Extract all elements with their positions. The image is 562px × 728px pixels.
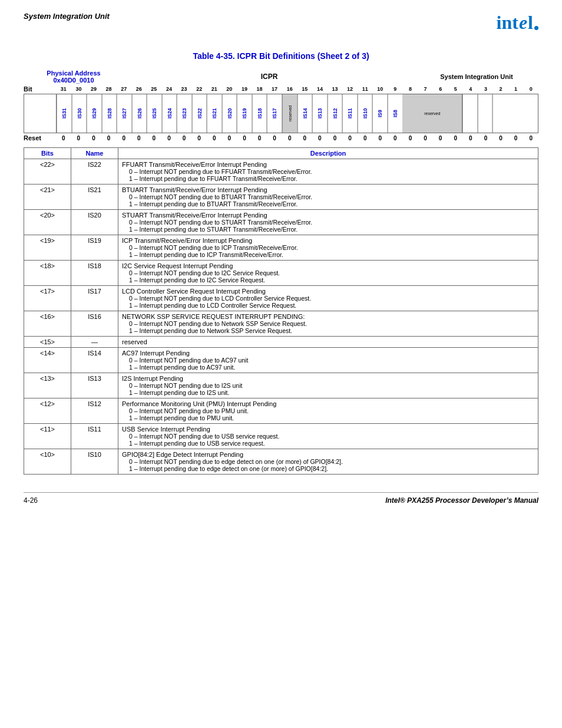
reg-bit-IS11: IS11 — [342, 94, 358, 133]
page-footer: 4-26 Intel® PXA255 Processor Developer’s… — [24, 492, 538, 505]
reset-label: Reset — [24, 134, 56, 141]
cell-description: I2S Interrupt Pending0 – Interrupt NOT p… — [118, 373, 538, 398]
table-row: <10>IS10GPIO[84:2] Edge Detect Interrupt… — [24, 449, 538, 475]
reg-bit-IS26: IS26 — [132, 94, 147, 133]
desc-0-text: 0 – Interrupt NOT pending due to LCD Con… — [122, 295, 534, 302]
table-row: <14>IS14AC97 Interrupt Pending0 – Interr… — [24, 348, 538, 373]
col-name: Name — [71, 148, 118, 159]
table-row: <13>IS13I2S Interrupt Pending0 – Interru… — [24, 373, 538, 398]
desc-main-text: STUART Transmit/Receive/Error Interrupt … — [122, 212, 534, 219]
cell-bits: <15> — [24, 337, 71, 348]
reg-bit-IS29: IS29 — [87, 94, 102, 133]
cell-name: IS12 — [71, 398, 118, 424]
desc-1-text: 1 – Interrupt pending due to I2S unit. — [122, 389, 534, 396]
table-row: <20>IS20STUART Transmit/Receive/Error In… — [24, 210, 538, 235]
desc-1-text: 1 – Interrupt pending due to AC97 unit. — [122, 364, 534, 371]
register-cells: IS31 IS30 IS29 IS28 IS27 IS26 IS25 IS24 … — [57, 94, 538, 133]
manual-title: Intel® PXA255 Processor Developer’s Manu… — [385, 496, 538, 505]
table-row: <15>—reserved — [24, 337, 538, 348]
cell-bits: <11> — [24, 424, 71, 449]
desc-main-text: Performance Monitoring Unit (PMU) Interr… — [122, 400, 534, 407]
reg-bit-IS19: IS19 — [237, 94, 252, 133]
table-header-row: Bits Name Description — [24, 148, 538, 159]
cell-bits: <16> — [24, 311, 71, 337]
cell-description: reserved — [118, 337, 538, 348]
cell-bits: <20> — [24, 210, 71, 235]
icpr-label: ICPR — [124, 70, 415, 84]
table-row: <21>IS21BTUART Transmit/Receive/Error In… — [24, 185, 538, 210]
intel-logo: intel — [497, 12, 538, 34]
desc-1-text: 1 – Interrupt pending due to STUART Tran… — [122, 226, 534, 233]
desc-1-text: 1 – Interrupt pending due to Network SSP… — [122, 327, 534, 334]
col-bits: Bits — [24, 148, 71, 159]
reg-bit-reserved-15: reserved — [282, 94, 297, 133]
cell-bits: <13> — [24, 373, 71, 398]
reg-bit-IS25: IS25 — [147, 94, 162, 133]
table-row: <11>IS11USB Service Interrupt Pending0 –… — [24, 424, 538, 449]
reg-bit-IS17: IS17 — [267, 94, 282, 133]
reg-bit-reserved-7-4: reserved — [402, 94, 462, 133]
reg-bit-IS18: IS18 — [252, 94, 267, 133]
reg-bit-IS20: IS20 — [222, 94, 237, 133]
desc-0-text: 0 – Interrupt NOT pending due to ICP Tra… — [122, 244, 534, 251]
reg-bit-IS28: IS28 — [102, 94, 117, 133]
desc-1-text: 1 – Interrupt pending due to PMU unit. — [122, 414, 534, 421]
reg-bit-3 — [462, 94, 478, 133]
cell-bits: <10> — [24, 449, 71, 475]
reg-bit-1 — [492, 94, 508, 133]
desc-main-text: BTUART Transmit/Receive/Error Interrupt … — [122, 186, 534, 193]
desc-1-text: 1 – Interrupt pending due to FFUART Tran… — [122, 175, 534, 182]
table-row: <17>IS17LCD Controller Service Request I… — [24, 286, 538, 311]
cell-name: IS14 — [71, 348, 118, 373]
desc-0-text: 0 – Interrupt NOT pending due to STUART … — [122, 219, 534, 226]
cell-bits: <18> — [24, 261, 71, 286]
cell-bits: <14> — [24, 348, 71, 373]
table-title: Table 4-35. ICPR Bit Definitions (Sheet … — [24, 51, 538, 61]
desc-main-text: FFUART Transmit/Receive/Error Interrupt … — [122, 161, 534, 168]
desc-main-text: GPIO[84:2] Edge Detect Interrupt Pending — [122, 451, 534, 458]
reg-bit-IS23: IS23 — [177, 94, 192, 133]
reg-bit-IS24: IS24 — [162, 94, 177, 133]
cell-name: IS16 — [71, 311, 118, 337]
desc-1-text: 1 – Interrupt pending due to LCD Control… — [122, 302, 534, 309]
desc-main-text: USB Service Interrupt Pending — [122, 426, 534, 433]
cell-name: IS17 — [71, 286, 118, 311]
cell-description: Performance Monitoring Unit (PMU) Interr… — [118, 398, 538, 424]
desc-main-text: I2S Interrupt Pending — [122, 375, 534, 382]
desc-0-text: 0 – Interrupt NOT pending due to FFUART … — [122, 168, 534, 175]
table-row: <16>IS16NETWORK SSP SERVICE REQUEST INTE… — [24, 311, 538, 337]
cell-name: IS18 — [71, 261, 118, 286]
desc-main-text: LCD Controller Service Request Interrupt… — [122, 288, 534, 295]
reg-bit-IS14: IS14 — [297, 94, 313, 133]
desc-1-text: 1 – Interrupt pending due to BTUART Tran… — [122, 200, 534, 207]
logo-dot — [534, 26, 538, 30]
desc-0-text: 0 – Interrupt NOT pending due to I2S uni… — [122, 382, 534, 389]
desc-main-text: ICP Transmit/Receive/Error Interrupt Pen… — [122, 237, 534, 244]
reg-bit-IS21: IS21 — [207, 94, 222, 133]
cell-name: IS21 — [71, 185, 118, 210]
reset-values: 0 0 0 0 0 0 0 0 0 0 0 0 0 0 0 0 0 0 0 0 … — [56, 135, 538, 141]
reg-bit-IS9: IS9 — [372, 94, 388, 133]
desc-main-text: I2C Service Request Interrupt Pending — [122, 262, 534, 269]
cell-description: ICP Transmit/Receive/Error Interrupt Pen… — [118, 235, 538, 261]
siu-label: System Integration Unit — [415, 70, 538, 84]
reg-bit-IS12: IS12 — [328, 94, 343, 133]
desc-main-text: NETWORK SSP SERVICE REQUEST INTERRUPT PE… — [122, 313, 534, 320]
table-row: <12>IS12Performance Monitoring Unit (PMU… — [24, 398, 538, 424]
col-description: Description — [118, 148, 538, 159]
desc-0-text: 0 – Interrupt NOT pending due to Network… — [122, 320, 534, 327]
desc-0-text: 0 – Interrupt NOT pending due to BTUART … — [122, 193, 534, 200]
cell-bits: <21> — [24, 185, 71, 210]
cell-description: GPIO[84:2] Edge Detect Interrupt Pending… — [118, 449, 538, 475]
desc-0-text: 0 – Interrupt NOT pending due to I2C Ser… — [122, 269, 534, 276]
cell-description: STUART Transmit/Receive/Error Interrupt … — [118, 210, 538, 235]
bit-label: Bit — [24, 85, 56, 93]
reg-bit-0 — [508, 94, 523, 133]
cell-bits: <12> — [24, 398, 71, 424]
desc-main-text: reserved — [122, 338, 534, 345]
desc-1-text: 1 – Interrupt pending due to ICP Transmi… — [122, 251, 534, 258]
register-header-labels: Physical Address 0x40D0_0010 ICPR System… — [24, 70, 538, 84]
section-title: System Integration Unit — [24, 12, 110, 21]
desc-0-text: 0 – Interrupt NOT pending due to edge de… — [122, 458, 534, 465]
cell-description: AC97 Interrupt Pending0 – Interrupt NOT … — [118, 348, 538, 373]
